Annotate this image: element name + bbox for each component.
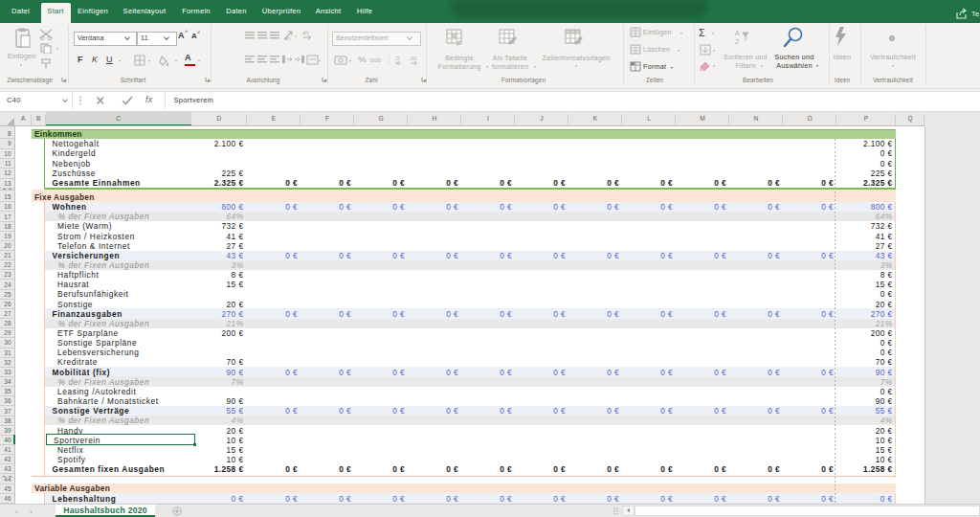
svg-text:≠: ≠ — [457, 38, 461, 48]
svg-text:.0: .0 — [394, 56, 400, 61]
svg-text:.00: .00 — [409, 56, 417, 61]
svg-text:ab: ab — [302, 30, 309, 35]
svg-text:ab: ab — [284, 35, 291, 41]
svg-text:Z: Z — [735, 38, 740, 45]
svg-text:A: A — [735, 30, 740, 36]
